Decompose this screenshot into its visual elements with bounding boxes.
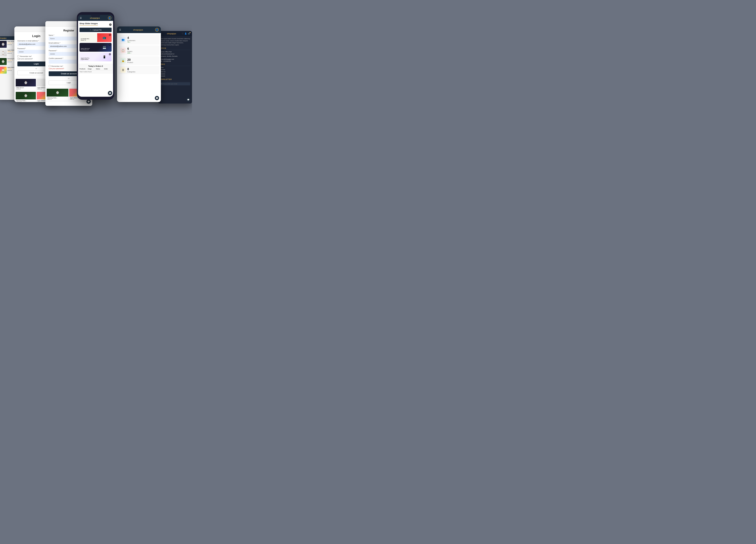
product-rating: ★★★★☆	[7, 68, 15, 70]
categories-icon: ☰	[120, 67, 126, 73]
sidebar-chat-button[interactable]: 💬	[186, 98, 190, 102]
product-name: Apple Watch	[7, 67, 15, 68]
slider-image-3: Apple iPad ProLiquid Retina 📱	[80, 53, 112, 61]
product-image	[16, 92, 36, 99]
stat-products: 🔒 20 Product	[119, 56, 159, 65]
register-chat-button[interactable]: 💬	[86, 99, 91, 104]
products-label: Product	[127, 62, 158, 63]
slider-card-close-3[interactable]: ×	[109, 53, 111, 55]
register-remember-label: Remember me*	[51, 65, 63, 67]
admin-user-icon[interactable]: 👤	[155, 28, 159, 32]
product-image	[0, 49, 7, 56]
sidebar-link-contacts[interactable]: Contacts	[160, 75, 190, 77]
admin-user-glyph: 👤	[156, 29, 158, 31]
sidebar-link-home[interactable]: Home	[160, 67, 190, 68]
product-price: $199.00	[7, 44, 15, 45]
slider-image-card-2: Apple MacbookPro Retina 16" 💻 ×	[80, 43, 112, 52]
stat-categories: ☰ 8 Categories	[119, 66, 159, 74]
orders-label: Orders	[127, 51, 158, 52]
customers-label: Customers	[127, 40, 158, 41]
sidebar-link-services[interactable]: Services	[160, 69, 190, 70]
login-remember-label: Remember me*	[20, 55, 32, 57]
center-phone: ☰ shopqipo 👤 Shop Slider Images × ＋ + Up…	[77, 12, 114, 100]
slider-card-close-2[interactable]: ×	[109, 44, 111, 46]
login-remember-checkbox[interactable]	[17, 55, 19, 57]
slider-image-label-1: LG OLED UltraSmart TV	[81, 38, 89, 41]
slider-image-1: LG OLED UltraSmart TV 📺	[80, 33, 112, 42]
product-image	[0, 58, 7, 65]
slider-card-close-1[interactable]: ×	[109, 34, 111, 36]
slider-close-icon[interactable]: ×	[109, 23, 112, 26]
customers-icon: 👥	[120, 37, 126, 42]
list-item[interactable]: Fitbit Versa 3 $199.00	[16, 79, 36, 91]
product-price: $389.00	[16, 101, 35, 102]
orders-section: Today's Orders 0 Products Image Status O…	[78, 64, 113, 74]
phone-notch	[91, 15, 100, 17]
admin-panel: ☰ shopqipo 👤 👥 4 Customers 7% ↑ 📋 6	[117, 26, 161, 102]
register-remember-checkbox[interactable]	[49, 65, 51, 67]
sidebar-right: ☰ shopqipo ♡ 👤 🛒 0 Lorem ipsum dolor sit…	[158, 31, 192, 104]
sidebar-cart-badge: 0	[190, 32, 191, 33]
slider-image-2: Apple MacbookPro Retina 16" 💻	[80, 43, 112, 52]
product-price: $389.00	[47, 99, 68, 100]
product-name: Fitbit Versa 3	[7, 41, 15, 42]
orders-total: Total 0 orders found	[80, 71, 112, 73]
product-name: Fitbit Versa 3	[16, 87, 35, 88]
product-image	[0, 41, 7, 48]
orders-col-products: Products	[80, 68, 87, 70]
phone-screen: ☰ shopqipo 👤 Shop Slider Images × ＋ + Up…	[78, 15, 113, 97]
customers-change: 7% ↑	[127, 41, 158, 43]
orders-icon: 📋	[120, 48, 126, 53]
customers-count: 4	[127, 36, 158, 40]
sidebar-lorem-text: Lorem ipsum dolor sit amet consectetur a…	[160, 38, 190, 46]
sidebar-email-input-row[interactable]: ✉ Please enter your email	[160, 82, 190, 85]
orders-change: 10% ↑	[127, 52, 158, 54]
product-name: Samsung Galax...	[16, 100, 35, 101]
upload-icon: ＋	[90, 29, 91, 31]
sidebar-links-title: LINKS	[160, 64, 190, 65]
admin-stats-container: 👥 4 Customers 7% ↑ 📋 6 Orders 10% ↑ 🔒	[117, 33, 161, 76]
slider-image-label-2: Apple MacbookPro Retina 16"	[81, 48, 90, 51]
admin-logo: shopqipo	[133, 29, 143, 31]
product-rating: ★★★★☆ 0	[7, 42, 15, 44]
upload-file-button[interactable]: ＋ + Upload File	[80, 28, 112, 32]
upload-label: + Upload File	[92, 29, 102, 31]
admin-chat-button[interactable]: 💬	[155, 96, 159, 100]
product-image	[47, 89, 68, 97]
orders-col-image: Image	[88, 68, 95, 70]
sidebar-body: Lorem ipsum dolor sit amet consectetur a…	[158, 36, 192, 87]
sidebar-icons-group: ♡ 👤 🛒 0	[182, 33, 190, 35]
sidebar-topbar: ☰ shopqipo ♡ 👤 🛒 0	[158, 31, 192, 36]
phone-logo: shopqipo	[90, 17, 100, 19]
phone-content: Shop Slider Images × ＋ + Upload File LG …	[78, 21, 113, 97]
list-item[interactable]: Samsung Galax... $389.00	[47, 89, 68, 101]
product-image	[0, 67, 7, 74]
sidebar-contact-email[interactable]: contact@shopqipo.com	[160, 59, 190, 60]
shop-slider-title: Shop Slider Images	[80, 22, 98, 26]
orders-count: 6	[127, 47, 158, 51]
admin-menu-icon[interactable]: ☰	[119, 29, 121, 31]
phone-user-icon[interactable]: 👤	[108, 16, 111, 20]
sidebar-cart-icon[interactable]: 🛒 0	[188, 33, 190, 35]
sidebar-link-about[interactable]: About Us	[160, 71, 190, 73]
orders-title: Today's Orders 0	[80, 65, 112, 67]
product-image	[16, 79, 36, 86]
products-icon: 🔒	[120, 58, 126, 63]
products-count: 20	[127, 58, 158, 62]
list-item[interactable]: Samsung Galax... $389.00	[16, 92, 36, 102]
menu-icon[interactable]: ☰	[80, 17, 82, 19]
sidebar-office-title: OFFICE	[160, 47, 190, 49]
orders-col-status: Status	[96, 68, 103, 70]
sidebar-heart-icon[interactable]: ♡	[182, 33, 184, 35]
sidebar-newsletter-title: NEWSLETTER	[160, 79, 190, 80]
phone-chat-button[interactable]: 💬	[108, 91, 112, 95]
product-name: Samsung Galax...	[47, 97, 68, 99]
sidebar-divider-2	[160, 66, 190, 66]
sidebar-email-icon: ✉	[161, 83, 162, 85]
sidebar-user-icon[interactable]: 👤	[184, 33, 187, 35]
sidebar-link-features[interactable]: Features	[160, 73, 190, 75]
orders-col-order: Order	[104, 68, 112, 70]
categories-count: 8	[127, 67, 158, 71]
admin-topbar: ☰ shopqipo 👤	[117, 26, 161, 33]
sidebar-divider-1	[160, 50, 190, 50]
